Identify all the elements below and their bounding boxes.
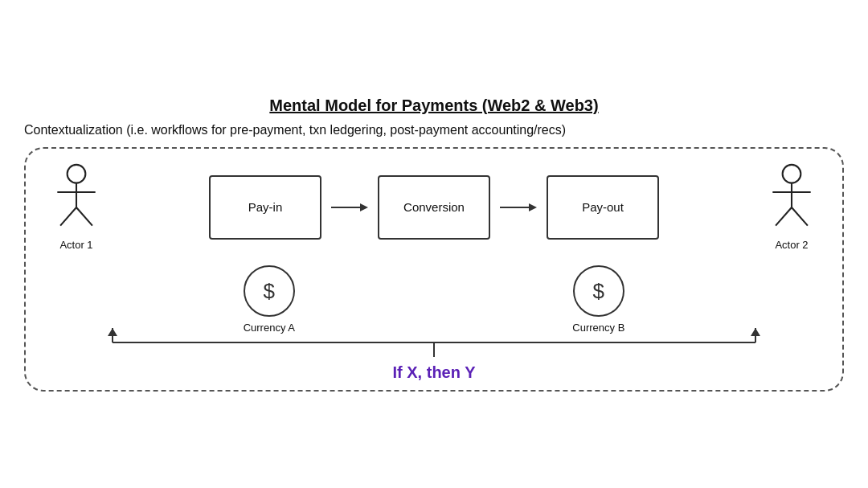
- bottom-arrow-svg: [40, 326, 828, 359]
- svg-line-13: [792, 207, 808, 226]
- subtitle: Contextualization (i.e. workflows for pr…: [24, 123, 844, 137]
- actor2-figure: Actor 2: [755, 163, 828, 251]
- svg-point-9: [783, 165, 801, 183]
- svg-line-4: [76, 207, 92, 226]
- actor1-svg: [48, 163, 104, 236]
- payin-box: Pay-in: [209, 175, 321, 240]
- page-title: Mental Model for Payments (Web2 & Web3): [24, 96, 844, 115]
- page: Mental Model for Payments (Web2 & Web3) …: [24, 96, 844, 392]
- currency-b-item: $ Currency B: [572, 265, 624, 334]
- currency-a-item: $ Currency A: [244, 265, 295, 334]
- arrow1: [321, 199, 378, 215]
- svg-marker-6: [360, 203, 368, 211]
- diagram-container: Actor 1 Pay-in Conversion: [24, 147, 844, 392]
- conversion-box: Conversion: [378, 175, 490, 240]
- currency-b-circle: $: [573, 265, 624, 317]
- currency-row: $ Currency A $ Currency B: [40, 265, 828, 334]
- actor2-label: Actor 2: [775, 239, 808, 251]
- if-then-label: If X, then Y: [393, 363, 476, 382]
- bottom-arrow-area: If X, then Y: [40, 326, 828, 382]
- flow-boxes: Pay-in Conversion: [113, 175, 755, 240]
- svg-marker-20: [751, 328, 760, 336]
- actor1-figure: Actor 1: [40, 163, 113, 251]
- arrow2: [490, 199, 547, 215]
- actor2-svg: [764, 163, 820, 236]
- svg-marker-19: [108, 328, 117, 336]
- actor1-label: Actor 1: [59, 239, 92, 251]
- arrow2-svg: [498, 199, 538, 215]
- currency-a-circle: $: [244, 265, 295, 317]
- arrow1-svg: [330, 199, 370, 215]
- flow-row: Actor 1 Pay-in Conversion: [40, 163, 828, 251]
- svg-line-12: [776, 207, 792, 226]
- payout-box: Pay-out: [547, 175, 659, 240]
- svg-marker-8: [529, 203, 537, 211]
- svg-line-3: [60, 207, 76, 226]
- svg-point-0: [68, 165, 86, 183]
